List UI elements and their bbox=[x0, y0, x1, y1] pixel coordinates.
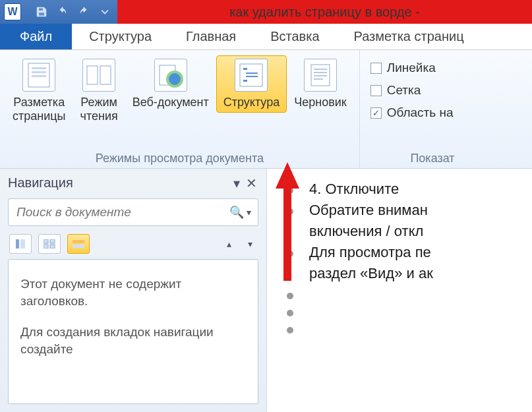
list-item bbox=[287, 303, 532, 316]
web-icon bbox=[154, 59, 187, 92]
svg-rect-1 bbox=[39, 13, 45, 16]
ribbon: Разметка страницы Режим чтения Веб-докум… bbox=[0, 50, 532, 169]
tab-home[interactable]: Главная bbox=[169, 24, 253, 49]
qat-customize-button[interactable] bbox=[96, 3, 113, 20]
svg-rect-17 bbox=[314, 72, 327, 73]
quick-access-toolbar: W bbox=[0, 0, 117, 24]
draft-icon bbox=[304, 59, 337, 92]
results-icon bbox=[73, 240, 84, 248]
chevron-down-icon bbox=[101, 8, 109, 16]
checkbox-ruler[interactable]: Линейка bbox=[370, 61, 454, 75]
checkbox-navigation-pane[interactable]: ✓ Область на bbox=[370, 105, 454, 120]
svg-rect-7 bbox=[100, 66, 111, 84]
page-layout-icon bbox=[22, 59, 55, 92]
list-item bbox=[287, 320, 532, 334]
window-title: как удалить страницу в ворде - bbox=[117, 0, 532, 24]
undo-button[interactable] bbox=[54, 3, 71, 20]
tab-structure[interactable]: Структура bbox=[72, 24, 169, 49]
svg-rect-12 bbox=[246, 73, 258, 74]
checkbox-grid[interactable]: Сетка bbox=[370, 83, 454, 98]
tab-file[interactable]: Файл bbox=[0, 24, 72, 49]
search-input[interactable] bbox=[15, 204, 229, 220]
svg-rect-6 bbox=[87, 66, 98, 84]
app-icon[interactable]: W bbox=[4, 3, 21, 20]
bullet-icon bbox=[287, 293, 293, 299]
view-outline[interactable]: Структура bbox=[216, 55, 287, 113]
svg-rect-0 bbox=[39, 8, 44, 11]
group-document-views: Разметка страницы Режим чтения Веб-докум… bbox=[0, 50, 360, 168]
svg-rect-4 bbox=[32, 71, 46, 73]
svg-rect-23 bbox=[50, 239, 55, 243]
navigation-content: Этот документ не содержит заголовков. Дл… bbox=[8, 259, 258, 404]
navigation-search[interactable]: 🔍 ▾ bbox=[8, 198, 258, 226]
nav-prev-button[interactable]: ▴ bbox=[222, 237, 236, 251]
svg-rect-20 bbox=[16, 239, 19, 249]
svg-rect-19 bbox=[314, 78, 323, 80]
svg-rect-26 bbox=[73, 240, 84, 243]
svg-rect-3 bbox=[32, 67, 46, 69]
search-dropdown-icon[interactable]: ▾ bbox=[247, 207, 251, 218]
svg-rect-11 bbox=[243, 68, 247, 70]
navigation-close-button[interactable]: ✕ bbox=[244, 176, 258, 191]
nav-tab-pages[interactable] bbox=[38, 234, 61, 254]
svg-rect-24 bbox=[44, 245, 48, 249]
checkbox-icon bbox=[370, 63, 382, 74]
svg-rect-10 bbox=[240, 64, 262, 86]
nav-next-button[interactable]: ▾ bbox=[243, 237, 257, 251]
svg-rect-16 bbox=[314, 69, 327, 70]
view-reading[interactable]: Режим чтения bbox=[73, 55, 125, 126]
save-icon bbox=[36, 6, 47, 18]
view-web[interactable]: Веб-документ bbox=[125, 55, 216, 113]
svg-rect-18 bbox=[314, 75, 327, 76]
group-show: Линейка Сетка ✓ Область на Показат bbox=[360, 50, 464, 168]
search-icon[interactable]: 🔍 bbox=[229, 205, 244, 220]
navigation-hint-message: Для создания вкладок навигации создайте bbox=[20, 324, 246, 357]
reading-icon bbox=[82, 59, 115, 92]
workspace: Навигация ▾ ✕ 🔍 ▾ ▴ ▾ Этот документ н bbox=[0, 169, 532, 412]
bullet-icon bbox=[287, 187, 293, 194]
undo-icon bbox=[56, 7, 69, 17]
headings-icon bbox=[15, 239, 26, 249]
svg-rect-5 bbox=[32, 75, 46, 77]
svg-rect-22 bbox=[44, 239, 48, 243]
list-item: 4. Отключите bbox=[287, 181, 532, 198]
bullet-icon bbox=[287, 250, 293, 257]
group-label-show: Показат bbox=[365, 150, 459, 165]
outline-icon bbox=[235, 59, 268, 92]
nav-tab-results[interactable] bbox=[67, 234, 90, 254]
nav-tab-headings[interactable] bbox=[9, 234, 32, 254]
svg-rect-25 bbox=[50, 245, 55, 249]
window-titlebar: W как удалить страницу в ворде - bbox=[0, 0, 532, 24]
checkbox-icon: ✓ bbox=[370, 107, 382, 119]
ribbon-tabs: Файл Структура Главная Вставка Разметка … bbox=[0, 24, 532, 50]
list-item: Для просмотра пе bbox=[287, 244, 532, 261]
checkbox-icon bbox=[370, 85, 382, 96]
tab-insert[interactable]: Вставка bbox=[253, 24, 336, 49]
navigation-title: Навигация bbox=[8, 175, 73, 191]
redo-button[interactable] bbox=[75, 3, 92, 20]
navigation-menu-button[interactable]: ▾ bbox=[229, 176, 244, 191]
svg-rect-27 bbox=[73, 245, 84, 248]
svg-rect-13 bbox=[246, 76, 258, 77]
navigation-pane-header: Навигация ▾ ✕ bbox=[3, 171, 264, 194]
navigation-empty-message: Этот документ не содержит заголовков. bbox=[20, 276, 246, 309]
pages-icon bbox=[44, 239, 55, 249]
navigation-pane: Навигация ▾ ✕ 🔍 ▾ ▴ ▾ Этот документ н bbox=[0, 169, 267, 412]
list-item bbox=[287, 286, 532, 299]
list-item: включения / откл bbox=[287, 223, 532, 240]
bullet-icon bbox=[287, 310, 293, 316]
list-item: раздел «Вид» и ак bbox=[287, 265, 532, 282]
list-item: Обратите вниман bbox=[287, 202, 532, 219]
document-area[interactable]: 4. Отключите Обратите вниман включения /… bbox=[267, 169, 532, 412]
bullet-icon bbox=[287, 208, 293, 215]
navigation-tabbar: ▴ ▾ bbox=[3, 233, 264, 259]
group-label-views: Режимы просмотра документа bbox=[5, 150, 354, 165]
view-print-layout[interactable]: Разметка страницы bbox=[5, 55, 73, 126]
svg-rect-21 bbox=[20, 239, 25, 249]
svg-rect-14 bbox=[243, 80, 247, 82]
view-draft[interactable]: Черновик bbox=[287, 55, 353, 113]
bullet-icon bbox=[287, 327, 293, 334]
save-button[interactable] bbox=[33, 3, 50, 20]
tab-page-layout[interactable]: Разметка страниц bbox=[337, 24, 481, 49]
redo-icon bbox=[77, 7, 90, 17]
